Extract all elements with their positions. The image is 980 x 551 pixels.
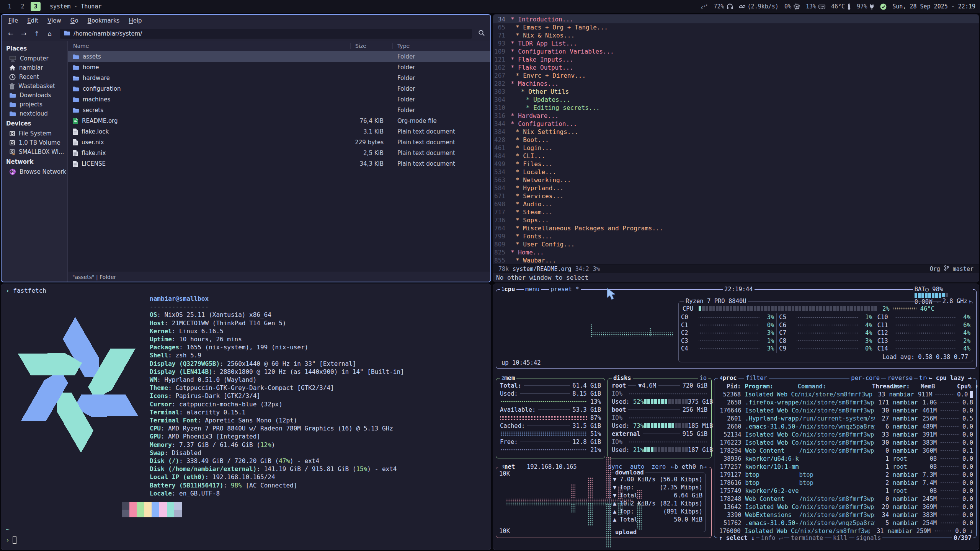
process-row-178294[interactable]: 178294Web Content/nix/store/sm8fmrf3wps4… xyxy=(717,447,973,455)
sidebar-item-wastebasket[interactable]: Wastebasket xyxy=(2,82,67,91)
process-row-177257[interactable]: 177257kworker/10:1-mm_1root0B0.0 xyxy=(717,463,973,471)
org-heading-line[interactable]: 71* Nix & Nixos... xyxy=(493,31,979,39)
process-row-175749[interactable]: 175749kworker/6:2-even1root0B0.0 xyxy=(717,487,973,495)
file-row-configuration[interactable]: configurationFolder xyxy=(68,83,490,94)
process-row-176000[interactable]: 176000Isolated Web Co/nix/store/sm8fmrf3… xyxy=(717,527,973,535)
file-row-machines[interactable]: machinesFolder xyxy=(68,94,490,105)
sidebar-item-computer[interactable]: Computer xyxy=(2,54,67,63)
file-row-hardware[interactable]: hardwareFolder xyxy=(68,73,490,83)
terminal-window[interactable]: › fastfetch nambiar@smallbox------------… xyxy=(1,284,491,550)
workspace-switcher[interactable]: 123 xyxy=(5,2,44,11)
scrollbar-thumb[interactable] xyxy=(970,391,973,398)
org-heading-line[interactable]: 717* Steam... xyxy=(493,208,979,216)
menu-go[interactable]: Go xyxy=(67,16,82,25)
org-heading-line[interactable]: 304* Updates... xyxy=(493,96,979,104)
process-row-2660[interactable]: 2660.emacs-31.0.50-/nix/store/wnqz5pa8ra… xyxy=(717,422,973,430)
menu-view[interactable]: View xyxy=(44,16,65,25)
sidebar-item-recent[interactable]: Recent xyxy=(2,72,67,82)
sidebar-item-file-system[interactable]: File System xyxy=(2,129,67,138)
process-row-2601[interactable]: 2601.Hyprland-wrapp/run/current-system/s… xyxy=(717,414,973,422)
org-heading-line[interactable]: 809* User Config... xyxy=(493,240,979,248)
org-heading-line[interactable]: 799* Fonts... xyxy=(493,232,979,240)
org-heading-line[interactable]: 34* Introduction... xyxy=(493,15,979,23)
file-row-home[interactable]: homeFolder xyxy=(68,62,490,73)
sidebar-item-smallbox-wi-[interactable]: SMALLBOX Wi... xyxy=(2,147,67,156)
process-row-3390[interactable]: 3390WebExtensions/nix/store/sm8fmrf3wps4… xyxy=(717,511,973,519)
sidebar-item-nambiar[interactable]: nambiar xyxy=(2,63,67,72)
mem-box-title[interactable]: 2mem xyxy=(500,374,516,382)
menu-file[interactable]: File xyxy=(5,16,22,25)
process-row-179127[interactable]: 179127btopbtop2nambiar7.3M0.0 xyxy=(717,471,973,479)
status-item-sleep-icon[interactable]: zzz xyxy=(701,3,708,10)
status-item-thermometer-icon[interactable]: 46°C xyxy=(831,3,851,10)
status-item-link-icon[interactable]: (2.9kb/s) xyxy=(739,3,779,10)
org-heading-line[interactable]: 65* Emacs + Org + Tangle... xyxy=(493,23,979,31)
terminate-key[interactable]: terminate xyxy=(789,534,825,542)
process-row-38936[interactable]: 38936kworker/u64:6-kc1root0B0.0 xyxy=(717,455,973,463)
status-item-plug-icon[interactable]: 97% xyxy=(857,3,874,10)
org-heading-line[interactable]: 461* Login... xyxy=(493,144,979,152)
org-heading-line[interactable]: 310* Editing secrets... xyxy=(493,104,979,112)
status-item-headphones-icon[interactable]: 72% xyxy=(714,3,733,10)
filter-button[interactable]: filter xyxy=(744,374,769,382)
file-row-LICENSE[interactable]: LICENSE34,3 KiBPlain text document xyxy=(68,158,490,169)
info-key[interactable]: info ↵ xyxy=(760,534,784,542)
zero-button[interactable]: zero xyxy=(650,463,667,471)
org-heading-line[interactable]: 384* Nix Settings... xyxy=(493,128,979,136)
shell-prompt-empty[interactable]: › xyxy=(6,536,16,544)
org-buffer[interactable]: 34* Introduction...65* Emacs + Org + Tan… xyxy=(493,15,979,264)
org-heading-line[interactable]: 698* Audio... xyxy=(493,200,979,208)
forward-button[interactable]: → xyxy=(18,29,29,39)
proc-box-title[interactable]: 4proc xyxy=(718,374,738,382)
kill-key[interactable]: kill xyxy=(831,534,849,542)
file-row-secrets[interactable]: secretsFolder xyxy=(68,105,490,116)
org-heading-line[interactable]: 499* Files... xyxy=(493,160,979,168)
org-heading-line[interactable]: 344* Configuration... xyxy=(493,120,979,128)
select-keys[interactable]: ↑ select ↓ xyxy=(717,534,756,542)
org-heading-line[interactable]: 428* Boot... xyxy=(493,136,979,144)
home-button[interactable]: ⌂ xyxy=(44,29,55,39)
process-row-176646[interactable]: 176646Isolated Web Co/nix/store/sm8fmrf3… xyxy=(717,406,973,414)
process-row-51762[interactable]: 51762.emacs-31.0.50-/nix/store/wnqz5pa8r… xyxy=(717,519,973,527)
org-heading-line[interactable]: 93* TLDR App List... xyxy=(493,39,979,47)
preset-button[interactable]: preset * xyxy=(549,285,581,293)
process-row-176223[interactable]: 176223Isolated Web Co/nix/store/sm8fmrf3… xyxy=(717,439,973,447)
workspace-3[interactable]: 3 xyxy=(31,2,41,11)
signals-key[interactable]: signals xyxy=(854,534,882,542)
process-row-13642[interactable]: 13642Isolated Web Co/nix/store/sm8fmrf3w… xyxy=(717,503,973,511)
process-row-178248[interactable]: 178248Web Content/nix/store/sm8fmrf3wps4… xyxy=(717,495,973,503)
process-row-52368[interactable]: 52368Isolated Web Co/nix/store/sm8fmrf3w… xyxy=(717,390,973,398)
interface-switcher[interactable]: ←b eth0 n→ xyxy=(670,463,708,471)
file-row-flake.lock[interactable]: flake.lock3,1 KiBPlain text document xyxy=(68,126,490,137)
org-heading-line[interactable]: 584* Hyprland... xyxy=(493,184,979,192)
cpu-box-title[interactable]: 1cpu xyxy=(500,285,516,293)
org-heading-line[interactable]: 825* Home... xyxy=(493,248,979,256)
proc-header[interactable]: Pid:Program:Command:Threads:User:MemBCpu… xyxy=(717,382,973,390)
file-row-user.nix[interactable]: user.nix229 bytesPlain text document xyxy=(68,137,490,148)
org-heading-line[interactable]: 303* Other Utils xyxy=(493,88,979,96)
menu-help[interactable]: Help xyxy=(125,16,145,25)
sidebar-item-browse-network[interactable]: Browse Network xyxy=(2,167,67,176)
sidebar-item-nextcloud[interactable]: nextcloud xyxy=(2,109,67,118)
sidebar-item-1-0-tb-volume[interactable]: 1,0 TB Volume xyxy=(2,138,67,147)
up-button[interactable]: ↑ xyxy=(31,29,42,39)
workspace-2[interactable]: 2 xyxy=(18,2,28,11)
sidebar-item-projects[interactable]: projects xyxy=(2,100,67,109)
org-heading-line[interactable]: 267* Envrc + Direnv... xyxy=(493,72,979,80)
org-heading-line[interactable]: 282* Machines... xyxy=(493,80,979,88)
status-item-ram-icon[interactable]: 13% xyxy=(806,3,825,10)
org-heading-line[interactable]: 855* Waubar... xyxy=(493,256,979,264)
status-item-chip-icon[interactable]: 0% xyxy=(784,3,800,10)
disks-box-title[interactable]: disks xyxy=(612,374,633,382)
org-heading-line[interactable]: 121* Flake Inputs... xyxy=(493,55,979,64)
file-list-header[interactable]: Name Size Type xyxy=(68,41,490,51)
org-heading-line[interactable]: 764* Miscellaneous Packages and Programs… xyxy=(493,224,979,232)
process-row-178616[interactable]: 178616btopbtop2nambiar7.4M0.0 xyxy=(717,479,973,487)
sidebar-item-downloads[interactable]: Downloads xyxy=(2,91,67,100)
io-mode-button[interactable]: io xyxy=(698,374,708,382)
org-heading-line[interactable]: 563* Networking... xyxy=(493,176,979,184)
file-row-flake.nix[interactable]: flake.nix2,5 KiBPlain text document xyxy=(68,148,490,158)
menu-bookmarks[interactable]: Bookmarks xyxy=(84,16,124,25)
org-heading-line[interactable]: 316* Hardware... xyxy=(493,112,979,120)
process-row-2658[interactable]: 2658.firefox-wrappe/nix/store/sm8fmrf3wp… xyxy=(717,398,973,406)
